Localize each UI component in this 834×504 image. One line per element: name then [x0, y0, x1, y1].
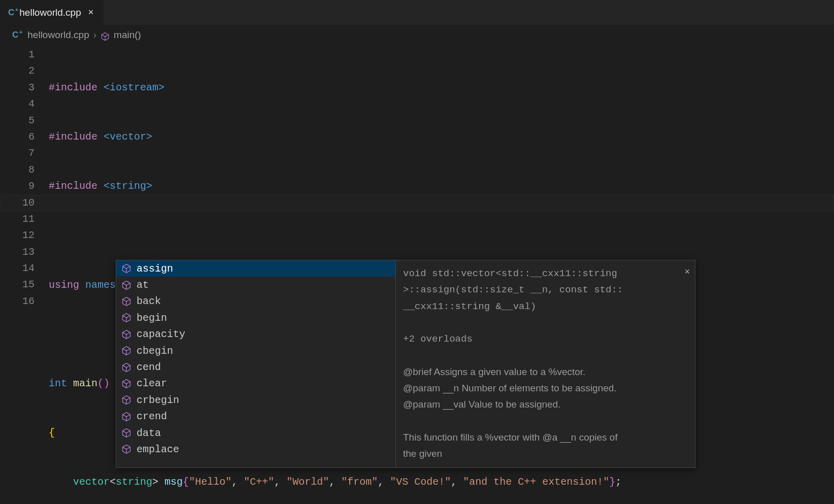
suggestion-item[interactable]: at — [116, 277, 395, 293]
suggestion-label: capacity — [137, 328, 185, 340]
suggestion-item[interactable]: emplace — [116, 441, 395, 457]
suggestion-item[interactable]: clear — [116, 376, 395, 392]
tab-helloworld[interactable]: C helloworld.cpp × — [0, 0, 104, 25]
breadcrumb-symbol[interactable]: main() — [114, 29, 141, 41]
close-icon[interactable]: × — [86, 6, 96, 19]
method-icon — [121, 280, 131, 290]
suggestion-label: back — [137, 295, 161, 307]
method-icon — [121, 379, 131, 389]
cpp-file-icon: C — [12, 30, 18, 40]
suggestion-label: crend — [137, 411, 167, 422]
suggestion-details: × void std::vector<std::__cxx11::string … — [395, 260, 695, 467]
breadcrumb[interactable]: C helloworld.cpp › main() — [0, 25, 834, 45]
breadcrumb-file[interactable]: helloworld.cpp — [27, 29, 89, 41]
method-icon — [121, 296, 131, 307]
line-number-gutter: 1 2 3 4 5 6 7 8 9 10 11 12 13 14 15 16 — [0, 45, 49, 504]
code-editor[interactable]: 1 2 3 4 5 6 7 8 9 10 11 12 13 14 15 16 #… — [0, 45, 834, 504]
suggestion-item[interactable]: back — [116, 293, 395, 310]
close-icon[interactable]: × — [684, 263, 690, 280]
method-icon — [121, 395, 131, 405]
suggestion-label: crbegin — [137, 394, 179, 406]
suggestion-label: cbegin — [137, 345, 173, 357]
suggestion-item[interactable]: cend — [116, 359, 395, 375]
method-icon — [121, 444, 131, 454]
suggestion-item[interactable]: data — [116, 425, 395, 441]
method-icon — [121, 313, 131, 323]
method-icon — [121, 362, 131, 373]
suggestion-list[interactable]: assignatbackbegincapacitycbegincendclear… — [116, 260, 395, 458]
suggestion-item[interactable]: capacity — [116, 326, 395, 343]
suggestion-item[interactable]: begin — [116, 310, 395, 326]
method-icon — [121, 263, 131, 274]
method-icon — [101, 32, 110, 41]
tab-label: helloworld.cpp — [19, 7, 81, 18]
method-icon — [121, 329, 131, 340]
suggestion-item[interactable]: cbegin — [116, 343, 395, 359]
suggestion-item[interactable]: crend — [116, 409, 395, 425]
suggestion-label: emplace — [137, 444, 179, 455]
chevron-right-icon: › — [93, 29, 96, 41]
intellisense-popup: assignatbackbegincapacitycbegincendclear… — [116, 260, 695, 468]
suggestion-label: clear — [137, 378, 167, 389]
suggestion-label: cend — [137, 361, 161, 373]
cpp-file-icon: C — [8, 8, 14, 18]
suggestion-label: assign — [137, 263, 173, 275]
method-icon — [121, 412, 131, 422]
suggestion-label: at — [137, 279, 149, 291]
tab-bar: C helloworld.cpp × — [0, 0, 834, 25]
suggestion-label: data — [137, 427, 161, 439]
suggestion-item[interactable]: assign — [116, 260, 395, 277]
method-icon — [121, 346, 131, 356]
suggestion-item[interactable]: crbegin — [116, 392, 395, 408]
suggestion-label: begin — [137, 312, 167, 324]
method-icon — [121, 428, 131, 438]
